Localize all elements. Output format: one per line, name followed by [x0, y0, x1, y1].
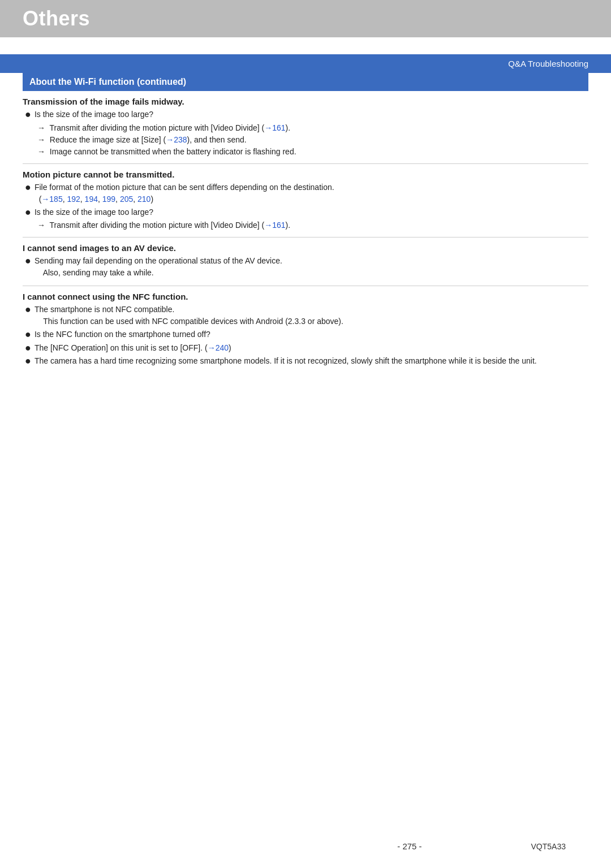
list-item: ● The camera has a hard time recognizing… — [23, 355, 588, 368]
link-199[interactable]: 199 — [102, 195, 115, 204]
bullet-icon: ● — [25, 109, 31, 121]
sub-item: → Reduce the image size at [Size] (→238)… — [23, 134, 588, 146]
link-238[interactable]: →238 — [166, 135, 187, 144]
page-header: Others — [0, 0, 611, 37]
link-205[interactable]: 205 — [120, 195, 133, 204]
list-item: ● Is the size of the image too large? — [23, 109, 588, 121]
bullet-icon: ● — [25, 206, 31, 219]
qa-bar-label: Q&A Troubleshooting — [508, 59, 588, 68]
bullet-content: Is the size of the image too large? — [35, 206, 153, 218]
link-185[interactable]: →185 — [41, 195, 62, 204]
section-title: About the Wi-Fi function (continued) — [29, 77, 186, 87]
bullet-icon: ● — [25, 329, 31, 341]
bullet-icon: ● — [25, 304, 31, 316]
bullet-content: File format of the motion picture that c… — [35, 182, 334, 205]
bullet-icon: ● — [25, 342, 31, 355]
link-192[interactable]: 192 — [67, 195, 80, 204]
list-item: ● The smartphone is not NFC compatible. … — [23, 304, 588, 327]
bullet-content: The smartphone is not NFC compatible. Th… — [35, 304, 343, 327]
sub-item: → Transmit after dividing the motion pic… — [23, 122, 588, 134]
link-240[interactable]: →240 — [208, 343, 229, 352]
list-item: ● The [NFC Operation] on this unit is se… — [23, 342, 588, 355]
link-210[interactable]: 210 — [137, 195, 150, 204]
list-item: ● Is the NFC function on the smartphone … — [23, 329, 588, 341]
block-transmission-fails: Transmission of the image fails midway. … — [23, 91, 588, 164]
bullet-icon: ● — [25, 255, 31, 267]
page-number: - 275 - — [288, 841, 531, 851]
block4-title: I cannot connect using the NFC function. — [23, 292, 588, 301]
bullet-content: The camera has a hard time recognizing s… — [35, 355, 537, 367]
link-161[interactable]: →161 — [264, 123, 285, 132]
bullet-icon: ● — [25, 355, 31, 368]
bullet-content: The [NFC Operation] on this unit is set … — [35, 342, 231, 354]
link-194[interactable]: 194 — [85, 195, 98, 204]
list-item: ● Is the size of the image too large? — [23, 206, 588, 219]
qa-bar: Q&A Troubleshooting — [0, 54, 611, 73]
page-title: Others — [23, 7, 90, 30]
link-161b[interactable]: →161 — [264, 221, 285, 230]
main-content: About the Wi-Fi function (continued) Tra… — [0, 73, 611, 397]
footer-code: VQT5A33 — [531, 842, 566, 851]
block2-title: Motion picture cannot be transmitted. — [23, 170, 588, 179]
block-nfc: I cannot connect using the NFC function.… — [23, 286, 588, 374]
bullet-content: Sending may fail depending on the operat… — [35, 255, 282, 279]
list-item: ● Sending may fail depending on the oper… — [23, 255, 588, 279]
bullet-icon: ● — [25, 182, 31, 194]
sub-item: → Transmit after dividing the motion pic… — [23, 219, 588, 231]
block-motion-picture: Motion picture cannot be transmitted. ● … — [23, 164, 588, 238]
block-av-device: I cannot send images to an AV device. ● … — [23, 237, 588, 286]
block1-title: Transmission of the image fails midway. — [23, 97, 588, 106]
list-item: ● File format of the motion picture that… — [23, 182, 588, 205]
bullet-content: Is the NFC function on the smartphone tu… — [35, 329, 210, 340]
block3-title: I cannot send images to an AV device. — [23, 243, 588, 253]
bullet-content: Is the size of the image too large? — [35, 109, 153, 120]
page-footer: - 275 - VQT5A33 — [0, 841, 611, 851]
section-header: About the Wi-Fi function (continued) — [23, 73, 588, 91]
sub-item: → Image cannot be transmitted when the b… — [23, 146, 588, 158]
